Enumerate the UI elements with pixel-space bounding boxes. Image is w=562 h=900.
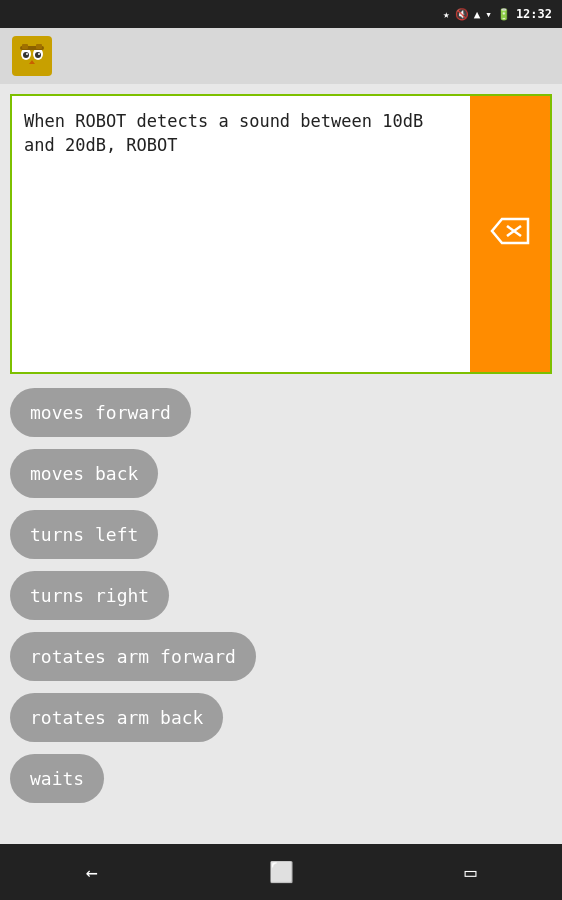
back-nav-icon[interactable]: ← bbox=[85, 860, 97, 884]
nav-bar: ← ⬜ ▭ bbox=[0, 844, 562, 900]
delete-button[interactable] bbox=[470, 96, 550, 372]
recent-nav-icon[interactable]: ▭ bbox=[464, 860, 476, 884]
svg-rect-10 bbox=[36, 44, 42, 49]
condition-text: When ROBOT detects a sound between 10dB … bbox=[12, 96, 470, 372]
signal-icon: ▲ bbox=[474, 8, 481, 21]
svg-point-3 bbox=[23, 52, 29, 58]
action-button-1[interactable]: moves back bbox=[10, 449, 158, 498]
home-nav-icon[interactable]: ⬜ bbox=[269, 860, 294, 884]
action-button-4[interactable]: rotates arm forward bbox=[10, 632, 256, 681]
app-icon bbox=[12, 36, 52, 76]
actions-list: moves forwardmoves backturns leftturns r… bbox=[10, 388, 552, 834]
action-button-5[interactable]: rotates arm back bbox=[10, 693, 223, 742]
bluetooth-icon: ★ bbox=[443, 8, 450, 21]
status-bar: ★ 🔇 ▲ ▾ 🔋 12:32 bbox=[0, 0, 562, 28]
mute-icon: 🔇 bbox=[455, 8, 469, 21]
svg-rect-0 bbox=[12, 36, 52, 76]
svg-marker-11 bbox=[492, 219, 528, 243]
svg-point-4 bbox=[35, 52, 41, 58]
action-button-2[interactable]: turns left bbox=[10, 510, 158, 559]
svg-point-5 bbox=[26, 53, 28, 55]
condition-box: When ROBOT detects a sound between 10dB … bbox=[10, 94, 552, 374]
svg-rect-9 bbox=[22, 44, 28, 49]
action-button-3[interactable]: turns right bbox=[10, 571, 169, 620]
svg-point-6 bbox=[38, 53, 40, 55]
action-button-6[interactable]: waits bbox=[10, 754, 104, 803]
wifi-icon: ▾ bbox=[485, 8, 492, 21]
top-bar bbox=[0, 28, 562, 84]
status-icons: ★ 🔇 ▲ ▾ 🔋 12:32 bbox=[443, 7, 552, 21]
delete-icon bbox=[490, 215, 530, 254]
time-display: 12:32 bbox=[516, 7, 552, 21]
main-content: When ROBOT detects a sound between 10dB … bbox=[0, 84, 562, 844]
battery-icon: 🔋 bbox=[497, 8, 511, 21]
action-button-0[interactable]: moves forward bbox=[10, 388, 191, 437]
